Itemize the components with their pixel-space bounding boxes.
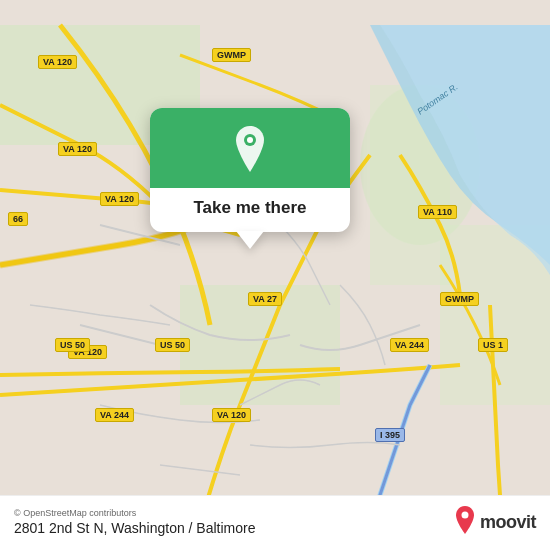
road-label-va110: VA 110 (418, 205, 457, 219)
svg-point-9 (461, 512, 468, 519)
address-text: 2801 2nd St N, Washington / Baltimore (14, 520, 256, 536)
road-label-va27: VA 27 (248, 292, 282, 306)
map-container: Potomac R. VA 120 VA 120 VA 120 VA 120 V… (0, 0, 550, 550)
moovit-logo-text: moovit (480, 512, 536, 533)
road-label-us50-1: US 50 (55, 338, 90, 352)
callout-popup: Take me there (150, 108, 350, 249)
bottom-bar: © OpenStreetMap contributors 2801 2nd St… (0, 495, 550, 550)
map-background: Potomac R. (0, 0, 550, 550)
road-label-va244-2: VA 244 (95, 408, 134, 422)
svg-point-8 (247, 137, 253, 143)
callout-pointer (236, 231, 264, 249)
take-me-there-button[interactable]: Take me there (177, 188, 322, 232)
callout-icon-area (150, 108, 350, 188)
road-label-va120-2: VA 120 (58, 142, 97, 156)
road-label-us50-2: US 50 (155, 338, 190, 352)
road-label-gwmp-1: GWMP (212, 48, 251, 62)
road-label-va244-1: VA 244 (390, 338, 429, 352)
road-label-gwmp-2: GWMP (440, 292, 479, 306)
bottom-left: © OpenStreetMap contributors 2801 2nd St… (14, 508, 256, 536)
road-label-66: 66 (8, 212, 28, 226)
moovit-pin-icon (454, 506, 476, 538)
road-label-va120-1: VA 120 (38, 55, 77, 69)
road-label-us1: US 1 (478, 338, 508, 352)
location-pin-icon (231, 126, 269, 172)
moovit-logo: moovit (454, 506, 536, 538)
road-label-i395: I 395 (375, 428, 405, 442)
road-label-va120-3: VA 120 (100, 192, 139, 206)
road-label-va120-5: VA 120 (212, 408, 251, 422)
callout-box: Take me there (150, 108, 350, 232)
attribution-text: © OpenStreetMap contributors (14, 508, 256, 518)
